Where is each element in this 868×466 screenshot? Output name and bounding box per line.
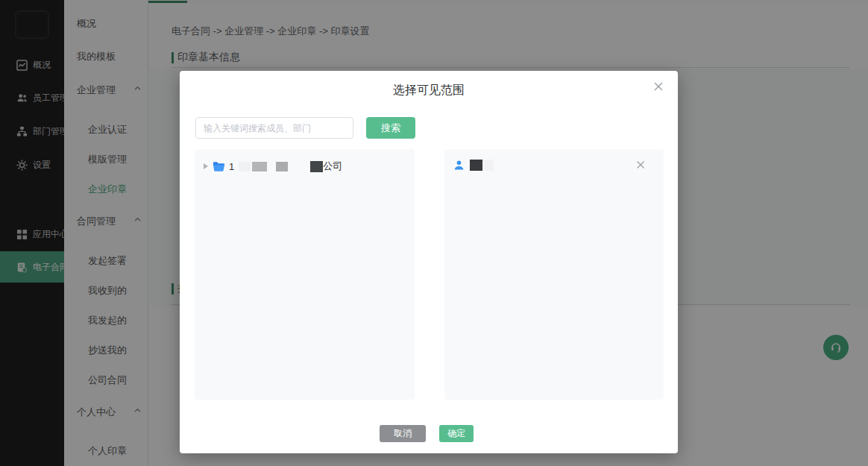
expand-caret-icon[interactable] (204, 163, 208, 169)
tree-node-label-suffix: 公司 (323, 160, 342, 173)
folder-icon (213, 161, 225, 172)
tree-node-label-prefix: 1 (229, 161, 234, 172)
cancel-button[interactable]: 取消 (380, 425, 426, 442)
tree-node-company[interactable]: 1 公司 (204, 160, 407, 173)
search-button[interactable]: 搜索 (366, 117, 415, 139)
remove-icon[interactable] (635, 160, 646, 170)
redacted-block (276, 162, 288, 171)
selected-members-panel (444, 149, 664, 400)
dialog-title: 选择可见范围 (180, 83, 678, 98)
search-input[interactable] (195, 117, 353, 139)
close-icon[interactable] (652, 81, 664, 92)
selected-member-row (453, 160, 656, 171)
redacted-block (310, 161, 323, 172)
redacted-block (470, 160, 482, 171)
confirm-button[interactable]: 确定 (439, 425, 474, 442)
redacted-block (252, 162, 267, 171)
redacted-block (482, 160, 494, 171)
person-icon (453, 160, 465, 171)
org-tree-panel: 1 公司 (195, 149, 415, 400)
redacted-block (239, 162, 251, 171)
select-visible-scope-dialog: 选择可见范围 搜索 1 公司 取消 确定 (180, 71, 678, 453)
